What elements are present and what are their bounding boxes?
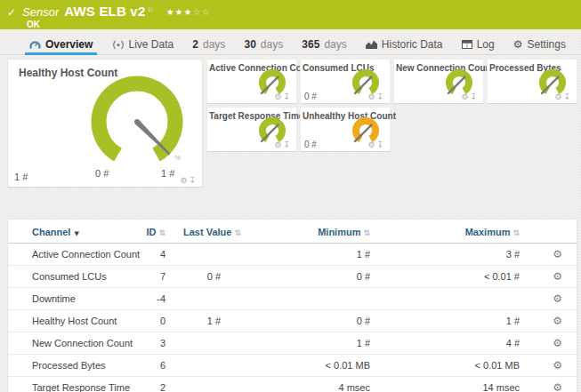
- channel-settings-gear-icon[interactable]: ⚙: [553, 292, 562, 305]
- tab-365-days[interactable]: 365 days: [297, 36, 351, 55]
- channel-gauge-tile: Target Response Time ⚙↧: [206, 107, 297, 152]
- tile-gear-icon[interactable]: ⚙: [180, 176, 189, 185]
- tile-pin-icon[interactable]: ↧: [376, 140, 385, 149]
- tile-gear-icon[interactable]: ⚙: [367, 140, 376, 149]
- channel-settings-gear-icon[interactable]: ⚙: [553, 270, 562, 283]
- tile-action-icons[interactable]: ⚙↧: [274, 92, 292, 101]
- stars-filled: ★★★: [166, 7, 193, 17]
- tab-label: days: [324, 38, 346, 51]
- priority-flag-icon: ⚐: [147, 6, 153, 14]
- channel-maximum: 1 #: [370, 310, 520, 332]
- channel-last-value: [165, 244, 221, 266]
- channel-name[interactable]: New Connection Count: [8, 332, 137, 355]
- object-kind-label: Sensor: [22, 5, 59, 19]
- tile-pin-icon[interactable]: ↧: [189, 176, 198, 185]
- channel-settings-gear-icon[interactable]: ⚙: [553, 359, 562, 372]
- tile-action-icons[interactable]: ⚙↧: [367, 92, 385, 101]
- small-gauge-grid: Active Connection Count ⚙↧ Consumed LCUs…: [206, 59, 577, 188]
- primary-channel-gauge-tile: Healthy Host Count 0 # 1 # % 1 # ⚙↧: [7, 59, 203, 188]
- channel-settings-gear-icon[interactable]: ⚙: [553, 337, 562, 349]
- channel-row: Processed Bytes 6 < 0.01 MB < 0.01 MB ⚙: [8, 355, 577, 377]
- channel-row: Target Response Time 2 4 msec 14 msec ⚙: [8, 377, 577, 392]
- channel-maximum: 4 #: [370, 332, 520, 355]
- gauge-percent-toggle[interactable]: %: [174, 154, 181, 162]
- tab-live-data[interactable]: Live Data: [108, 36, 179, 55]
- status-ok-icon: ✓: [7, 6, 16, 19]
- channel-settings-gear-icon[interactable]: ⚙: [553, 248, 562, 260]
- tab-log[interactable]: Log: [457, 36, 499, 55]
- channel-settings-gear-icon[interactable]: ⚙: [553, 381, 562, 392]
- column-header-minimum[interactable]: Minimum⇅: [221, 220, 370, 244]
- channel-name[interactable]: Consumed LCUs: [8, 266, 137, 288]
- channel-name[interactable]: Downtime: [8, 288, 137, 310]
- channel-last-value: [165, 377, 221, 392]
- channel-id: -4: [137, 288, 165, 310]
- channel-id: 6: [137, 355, 165, 377]
- tile-action-icons[interactable]: ⚙↧: [274, 140, 292, 149]
- tile-action-icons[interactable]: ⚙↧: [180, 176, 198, 185]
- primary-gauge-title: Healthy Host Count: [8, 60, 202, 79]
- channel-maximum: 3 #: [370, 244, 520, 266]
- channel-minimum: 1 #: [221, 244, 370, 266]
- table-header-row: Channel▼ ID⇅ Last Value⇅ Minimum⇅ Maximu…: [8, 220, 577, 244]
- column-header-maximum[interactable]: Maximum⇅: [370, 220, 520, 244]
- tab-label: Log: [477, 38, 495, 51]
- channel-table: Channel▼ ID⇅ Last Value⇅ Minimum⇅ Maximu…: [8, 220, 577, 392]
- channel-last-value: [165, 332, 221, 355]
- sort-icon[interactable]: ⇅: [363, 228, 370, 237]
- channel-gauge-tile: Processed Bytes ⚙↧: [487, 59, 577, 104]
- tab-overview[interactable]: Overview: [25, 36, 97, 55]
- sort-icon[interactable]: ⇅: [512, 228, 520, 237]
- channel-minimum: 0 #: [221, 310, 370, 332]
- channel-name[interactable]: Processed Bytes: [8, 355, 137, 377]
- tile-action-icons[interactable]: ⚙↧: [367, 140, 385, 149]
- channel-row: New Connection Count 3 1 # 4 # ⚙: [8, 332, 577, 355]
- channel-table-body: Active Connection Count 4 1 # 3 # ⚙ Cons…: [8, 244, 577, 392]
- channel-settings-gear-icon[interactable]: ⚙: [553, 315, 562, 327]
- channel-minimum: [221, 288, 370, 310]
- tab-30-days[interactable]: 30 days: [240, 36, 288, 55]
- tile-gear-icon[interactable]: ⚙: [367, 92, 376, 101]
- tile-action-icons[interactable]: ⚙↧: [461, 92, 479, 101]
- channel-gauge-tile: Unhealthy Host Count 0 # ⚙↧: [300, 107, 391, 152]
- tile-pin-icon[interactable]: ↧: [376, 92, 385, 101]
- tab-2-days[interactable]: 2 days: [188, 36, 230, 55]
- channel-minimum: 4 msec: [221, 377, 370, 392]
- tile-pin-icon[interactable]: ↧: [283, 92, 292, 101]
- sensor-header: ✓ Sensor AWS ELB v2 ⚐ ★★★☆☆ OK: [0, 0, 581, 29]
- tile-pin-icon[interactable]: ↧: [470, 92, 479, 101]
- column-header-id[interactable]: ID⇅: [137, 220, 165, 244]
- channel-name[interactable]: Target Response Time: [8, 377, 137, 392]
- channel-table-panel: Channel▼ ID⇅ Last Value⇅ Minimum⇅ Maximu…: [7, 219, 577, 392]
- tab-historic-data[interactable]: Historic Data: [361, 36, 448, 55]
- column-header-last-value[interactable]: Last Value⇅: [165, 220, 221, 244]
- gauge-section: Healthy Host Count 0 # 1 # % 1 # ⚙↧ Acti…: [7, 59, 577, 188]
- tile-action-icons[interactable]: ⚙↧: [554, 92, 572, 101]
- stars-empty: ☆☆: [193, 7, 211, 17]
- tile-gear-icon[interactable]: ⚙: [554, 92, 563, 101]
- tile-gear-icon[interactable]: ⚙: [274, 92, 283, 101]
- tab-settings[interactable]: ⚙ Settings: [509, 36, 570, 55]
- gauge-scale-min: 0 #: [95, 168, 109, 179]
- sort-icon[interactable]: ⇅: [234, 228, 241, 237]
- tile-gear-icon[interactable]: ⚙: [274, 140, 283, 149]
- tile-pin-icon[interactable]: ↧: [563, 92, 572, 101]
- channel-id: 2: [137, 377, 165, 392]
- channel-maximum: [370, 288, 520, 310]
- channel-name[interactable]: Healthy Host Count: [8, 310, 137, 332]
- channel-gauge-tile: New Connection Count ⚙↧: [393, 59, 484, 104]
- priority-stars[interactable]: ★★★☆☆: [166, 7, 211, 17]
- channel-name[interactable]: Active Connection Count: [8, 244, 137, 266]
- tab-label: days: [261, 38, 283, 51]
- tile-pin-icon[interactable]: ↧: [283, 140, 292, 149]
- column-header-actions: [520, 220, 577, 244]
- tab-number: 2: [192, 38, 198, 51]
- gauge-last-value: 0 #: [304, 140, 317, 149]
- channel-row: Active Connection Count 4 1 # 3 # ⚙: [8, 244, 577, 266]
- tile-gear-icon[interactable]: ⚙: [461, 92, 470, 101]
- live-data-icon: [112, 40, 125, 50]
- sort-icon[interactable]: ⇅: [158, 228, 165, 237]
- column-header-channel[interactable]: Channel▼: [8, 220, 137, 244]
- log-table-icon: [462, 40, 472, 49]
- sort-desc-icon[interactable]: ▼: [74, 230, 78, 237]
